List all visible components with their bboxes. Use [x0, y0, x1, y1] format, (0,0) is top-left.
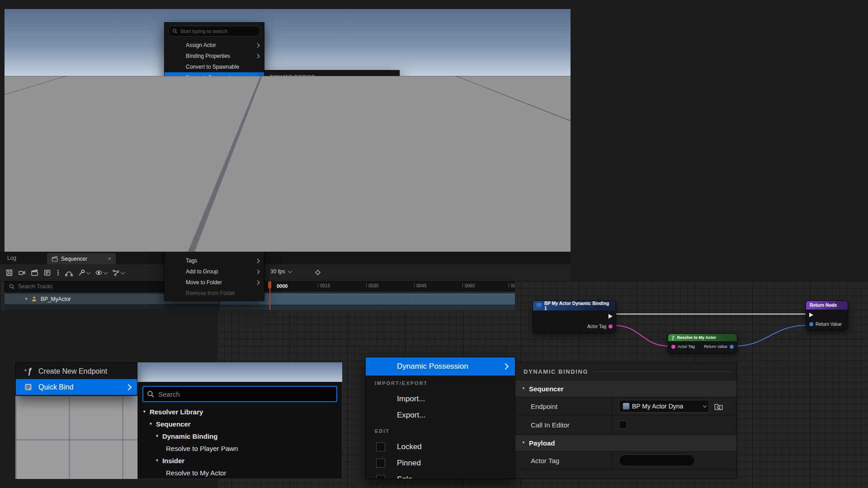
curve-editor-icon[interactable]	[65, 269, 73, 277]
menu-item-pinned[interactable]: Pinned	[165, 136, 264, 147]
menu-item-pinned[interactable]: Pinned	[366, 455, 515, 471]
browse-icon[interactable]	[372, 99, 379, 106]
node-bp-my-actor-dynamic-binding[interactable]: BP My Actor Dynamic Binding 1 Actor Tag	[533, 300, 616, 333]
menu-item-rename[interactable]: RenameF2	[165, 234, 264, 245]
menu-item-binding-properties[interactable]: Binding Properties	[165, 51, 264, 61]
menu-item-import[interactable]: Import...	[366, 391, 515, 407]
locked-checkbox[interactable]	[172, 128, 178, 134]
tree-item-resolver-library[interactable]: ▼Resolver Library	[138, 406, 342, 418]
endpoint-dropdown[interactable]: ƒUnbound	[318, 97, 368, 107]
expander-icon[interactable]: ▼	[417, 144, 420, 147]
pinned-checkbox[interactable]	[172, 139, 178, 145]
menu-item-create-new-endpoint[interactable]: +ƒ Create New Endpoint	[326, 108, 407, 119]
menu-item-convert-to-spawnable[interactable]: Convert to Spawnable	[165, 61, 264, 72]
menu-item-cut[interactable]: CutCTRL+X	[165, 169, 264, 180]
expander-icon[interactable]: ▼	[269, 86, 273, 90]
menu-item-dynamic-possession[interactable]: Dynamic Possession	[366, 357, 515, 375]
menu-search-input[interactable]: Start typing to search	[168, 26, 260, 37]
actor-tag-input-pin[interactable]	[671, 345, 675, 349]
menu-item-duplicate[interactable]: DuplicateCTRL+D	[165, 202, 264, 212]
solo-checkbox[interactable]	[376, 475, 385, 479]
menu-item-create-new-endpoint[interactable]: +ƒ Create New Endpoint	[16, 363, 137, 379]
expander-icon[interactable]: ▼	[149, 422, 153, 426]
category-sequencer[interactable]: ▼Sequencer	[515, 380, 736, 397]
tree-item-resolve-to-player-pawn[interactable]: Resolve to Player Pawn	[138, 442, 342, 455]
tree-item-dynamic-binding[interactable]: ▼Dynamic Binding	[138, 430, 342, 442]
expander-icon[interactable]: ▼	[155, 434, 159, 438]
expander-icon[interactable]: ▼	[522, 441, 525, 445]
tree-item-resolve-to-my-actor[interactable]: Resolve to My Actor	[138, 467, 342, 479]
category-payload[interactable]: ▼Payload	[515, 434, 736, 451]
save-icon[interactable]	[5, 269, 13, 277]
expander-icon[interactable]: ▼	[142, 410, 146, 414]
node-return[interactable]: Return Node Return Value	[806, 300, 848, 330]
menu-item-move-to-folder[interactable]: Move to Folder	[165, 277, 264, 288]
expander-icon[interactable]: ▼	[155, 459, 159, 463]
menu-item-tags[interactable]: Tags	[165, 255, 264, 266]
delete-icon	[188, 215, 193, 221]
keyframe-options-icon[interactable]	[314, 268, 322, 277]
menu-item-remove-from-folder[interactable]: Remove from Folder	[165, 288, 264, 299]
kebab-menu-icon[interactable]	[56, 269, 60, 277]
locked-checkbox[interactable]	[376, 442, 385, 451]
menu-item-quick-bind[interactable]: Quick Bind	[16, 379, 137, 395]
tree-item-sequencer[interactable]: ▼Sequencer	[409, 141, 544, 150]
expander-icon[interactable]: ▼	[412, 136, 415, 139]
wrench-icon[interactable]	[78, 269, 90, 277]
menu-item-solo[interactable]: Solo	[165, 147, 264, 158]
endpoint-dropdown[interactable]: BP My Actor Dyna	[619, 400, 709, 413]
menu-item-locked[interactable]: Locked	[165, 126, 264, 136]
playback-options-icon[interactable]	[112, 269, 124, 277]
return-value-input-pin[interactable]	[809, 322, 813, 326]
zoomed-screenshot-composite: +ƒ Create New Endpoint Quick Bind Search…	[15, 362, 342, 479]
resolver-search-input[interactable]: Search	[142, 386, 337, 402]
actor-tag-input[interactable]	[619, 455, 695, 466]
menu-item-dynamic-possession[interactable]: Dynamic Possession	[165, 72, 264, 83]
expander-icon[interactable]: ▼	[522, 387, 525, 390]
call-in-editor-checkbox[interactable]	[619, 421, 627, 429]
menu-item-export[interactable]: Export...	[366, 407, 515, 423]
resolver-search-input[interactable]: Search	[411, 121, 541, 131]
return-value-output-pin[interactable]	[730, 345, 734, 349]
menu-item-delete[interactable]: Delete	[165, 212, 264, 223]
tree-item-dynamic-binding[interactable]: ▼Dynamic Binding	[409, 150, 544, 158]
menu-item-export[interactable]: Export...	[165, 104, 264, 115]
expander-icon[interactable]: ▼	[24, 297, 28, 301]
clapperboard-icon[interactable]	[31, 269, 38, 277]
mute-checkbox[interactable]	[172, 161, 178, 167]
fps-dropdown[interactable]: 30 fps	[270, 268, 292, 275]
menu-item-add-to-group[interactable]: Add to Group	[165, 266, 264, 277]
menu-item-import[interactable]: Import...	[165, 94, 264, 104]
tree-item-resolver-library[interactable]: ▼Resolver Library	[409, 133, 544, 141]
tab-log[interactable]: Log	[7, 255, 16, 261]
exec-input-pin[interactable]	[809, 313, 813, 317]
menu-item-mute[interactable]: Mute	[165, 158, 264, 169]
exec-output-pin[interactable]	[609, 314, 613, 319]
tab-sequencer[interactable]: Sequencer ×	[47, 253, 116, 264]
playhead-line[interactable]	[269, 281, 270, 310]
menu-item-paste[interactable]: PasteCTRL+V	[165, 191, 264, 202]
actor-tag-output-pin[interactable]	[609, 324, 613, 328]
menu-section-import-export: IMPORT/EXPORT	[165, 83, 264, 94]
menu-item-delete-and-keep-state[interactable]: Delete and Keep State	[165, 223, 264, 234]
shot-list-icon[interactable]	[43, 269, 51, 277]
menu-item-assign-actor[interactable]: Assign Actor	[165, 40, 264, 51]
tab-close-icon[interactable]: ×	[108, 256, 111, 262]
category-sequencer[interactable]: ▼Sequencer	[264, 82, 399, 94]
search-icon	[172, 28, 178, 34]
menu-item-locked[interactable]: Locked	[366, 439, 515, 455]
tree-item-sequencer[interactable]: ▼Sequencer	[138, 418, 342, 430]
tree-item-insider[interactable]: ▼Insider	[138, 455, 342, 467]
pin-label: Return Value	[816, 322, 842, 327]
menu-item-solo[interactable]: Solo	[366, 471, 515, 479]
camera-icon[interactable]	[18, 269, 26, 277]
menu-item-copy[interactable]: CopyCTRL+C	[165, 180, 264, 191]
pinned-checkbox[interactable]	[376, 459, 385, 468]
eye-visibility-icon[interactable]	[95, 269, 107, 277]
menu-item-quick-bind[interactable]: Quick Bind	[326, 119, 407, 129]
tree-item-resolve-to-player-pawn[interactable]: Resolve to Player Pawn	[409, 158, 544, 166]
browse-icon[interactable]	[714, 402, 723, 411]
node-resolve-to-my-actor[interactable]: ƒResolve to My Actor Actor Tag Return Va…	[668, 333, 737, 353]
solo-checkbox[interactable]	[172, 150, 178, 156]
expander-icon[interactable]: ▼	[421, 152, 425, 155]
